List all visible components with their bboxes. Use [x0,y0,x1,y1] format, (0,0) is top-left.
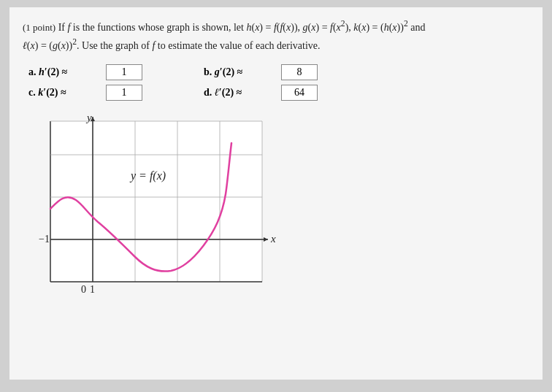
answer-box-c[interactable]: 1 [106,85,142,101]
svg-text:1: 1 [90,284,95,295]
svg-text:x: x [270,233,276,245]
answer-row-b: b. g′(2) ≈ 8 [204,64,379,80]
svg-text:y: y [85,114,92,123]
svg-text:0: 0 [81,284,86,295]
problem-text: (1 point) If f is the functions whose gr… [23,18,529,54]
page: (1 point) If f is the functions whose gr… [9,7,543,380]
point-label: (1 point) [23,22,55,33]
label-d: d. ℓ′(2) ≈ [204,87,277,99]
answers-grid: a. h′(2) ≈ 1 b. g′(2) ≈ 8 c. k′(2) ≈ 1 d… [28,64,529,101]
answer-box-b[interactable]: 8 [281,64,318,80]
svg-text:y = f(x): y = f(x) [129,169,166,182]
svg-text:−1: −1 [39,234,50,245]
answer-row-c: c. k′(2) ≈ 1 [28,85,204,101]
answer-box-d[interactable]: 64 [281,85,318,101]
label-b: b. g′(2) ≈ [204,66,277,78]
answer-box-a[interactable]: 1 [106,64,142,80]
graph-container: x y 0 1 −1 y = f(x) [28,114,277,304]
graph-svg: x y 0 1 −1 y = f(x) [28,114,277,304]
label-c: c. k′(2) ≈ [28,87,101,99]
svg-marker-13 [264,237,268,242]
and-text: and [410,22,425,33]
answer-row-a: a. h′(2) ≈ 1 [28,64,204,80]
answer-row-d: d. ℓ′(2) ≈ 64 [204,85,379,101]
label-a: a. h′(2) ≈ [28,66,101,78]
